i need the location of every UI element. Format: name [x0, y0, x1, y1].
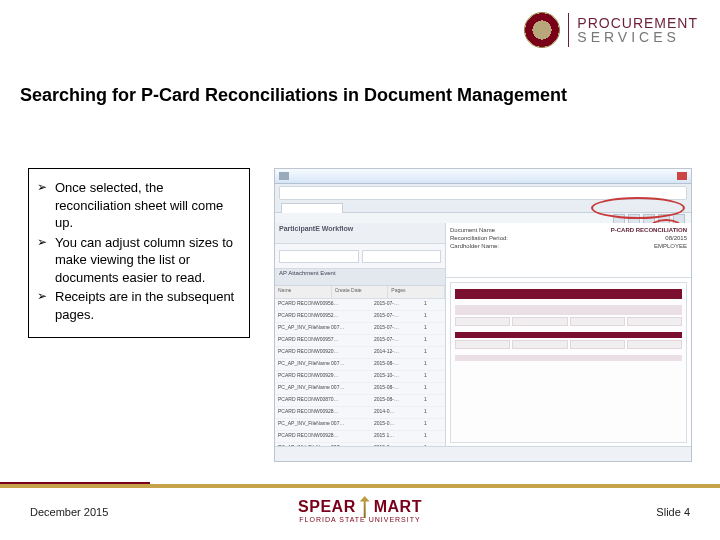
col-header: Pages — [388, 286, 445, 298]
browser-tab — [281, 203, 343, 213]
filter-row — [275, 244, 445, 269]
app-screenshot: ParticipantE Workflow AP Attachment Even… — [274, 168, 692, 462]
app-body: ParticipantE Workflow AP Attachment Even… — [275, 223, 691, 447]
instruction-callout: Once selected, the reconciliation sheet … — [28, 168, 250, 338]
filter-field — [362, 250, 442, 263]
table-row: PCARD RECONW00928…2015 1…1 — [275, 431, 445, 443]
meta-label: Reconciliation Period: — [450, 235, 508, 241]
footer: 4 December 2015 SPEAR MART FLORIDA STATE… — [0, 496, 720, 536]
footer-brand: SPEAR MART FLORIDA STATE UNIVERSITY — [0, 496, 720, 523]
table-row: PC_AP_INV_FileName 007…2015-0…1 — [275, 419, 445, 431]
results-pane: ParticipantE Workflow AP Attachment Even… — [275, 223, 446, 447]
window-close-icon — [677, 172, 687, 180]
results-subheading: AP Attachment Event — [275, 269, 445, 286]
table-row: PCARD RECONW00928…2014-0…1 — [275, 407, 445, 419]
doc-row — [455, 305, 682, 315]
instruction-item: Receipts are in the subsequent pages. — [37, 288, 241, 323]
status-bar — [275, 446, 691, 461]
instruction-item: Once selected, the reconciliation sheet … — [37, 179, 241, 232]
instruction-list: Once selected, the reconciliation sheet … — [37, 179, 241, 323]
meta-value: EMPLOYEE — [654, 243, 687, 249]
col-header: Create Date — [332, 286, 389, 298]
table-row: PCARD RECONW00952…2015-07-…1 — [275, 311, 445, 323]
meta-value: 08/2015 — [665, 235, 687, 241]
footer-rule — [0, 484, 720, 488]
table-row: PC_AP_INV_FileName 007…2015-07-…1 — [275, 323, 445, 335]
meta-label: Document Name — [450, 227, 495, 233]
header-text: PROCUREMENT SERVICES — [577, 16, 698, 44]
header-line2: SERVICES — [577, 30, 698, 44]
document-meta: Document Name P-CARD RECONCILIATION Reco… — [446, 223, 691, 278]
table-row: PCARD RECONW00929…2015-10-…1 — [275, 371, 445, 383]
footer-slide-number: Slide 4 — [656, 506, 690, 518]
university-seal-icon — [524, 12, 560, 48]
header-line1: PROCUREMENT — [577, 16, 698, 30]
header-divider — [568, 13, 569, 47]
doc-header-band — [455, 289, 682, 299]
table-row: PC_AP_INV_FileName 007…2015-08-…1 — [275, 383, 445, 395]
spear-icon — [360, 496, 370, 518]
slide-title: Searching for P-Card Reconciliations in … — [20, 85, 567, 106]
doc-cells — [455, 340, 682, 349]
table-row: PCARD RECONW00957…2015-07-…1 — [275, 335, 445, 347]
filter-field — [279, 250, 359, 263]
annotation-ellipse — [591, 197, 685, 219]
window-titlebar — [275, 169, 691, 184]
table-row: PCARD RECONW00920…2014-12-…1 — [275, 347, 445, 359]
brand-subtitle: FLORIDA STATE UNIVERSITY — [0, 516, 720, 523]
table-row: PCARD RECONW00956…2015-07-…1 — [275, 299, 445, 311]
document-pane: Document Name P-CARD RECONCILIATION Reco… — [446, 223, 691, 447]
doc-row — [455, 332, 682, 338]
brand-right: MART — [374, 498, 422, 516]
instruction-item: You can adjust column sizes to make view… — [37, 234, 241, 287]
document-preview — [450, 282, 687, 443]
brand-left: SPEAR — [298, 498, 356, 516]
doc-title: P-CARD RECONCILIATION — [611, 227, 687, 233]
col-header: Name — [275, 286, 332, 298]
doc-row — [455, 355, 682, 361]
slide: PROCUREMENT SERVICES Searching for P-Car… — [0, 0, 720, 540]
table-row: PCARD RECONW00870…2015-08-…1 — [275, 395, 445, 407]
window-control-icon — [279, 172, 289, 180]
header-logo-block: PROCUREMENT SERVICES — [524, 12, 698, 48]
table-row: PC_AP_INV_FileName 007…2015-08-…1 — [275, 359, 445, 371]
results-columns: Name Create Date Pages — [275, 286, 445, 299]
results-heading: ParticipantE Workflow — [275, 223, 445, 244]
doc-cells — [455, 317, 682, 326]
meta-label: Cardholder Name: — [450, 243, 499, 249]
results-rows: PCARD RECONW00956…2015-07-…1PCARD RECONW… — [275, 299, 445, 447]
